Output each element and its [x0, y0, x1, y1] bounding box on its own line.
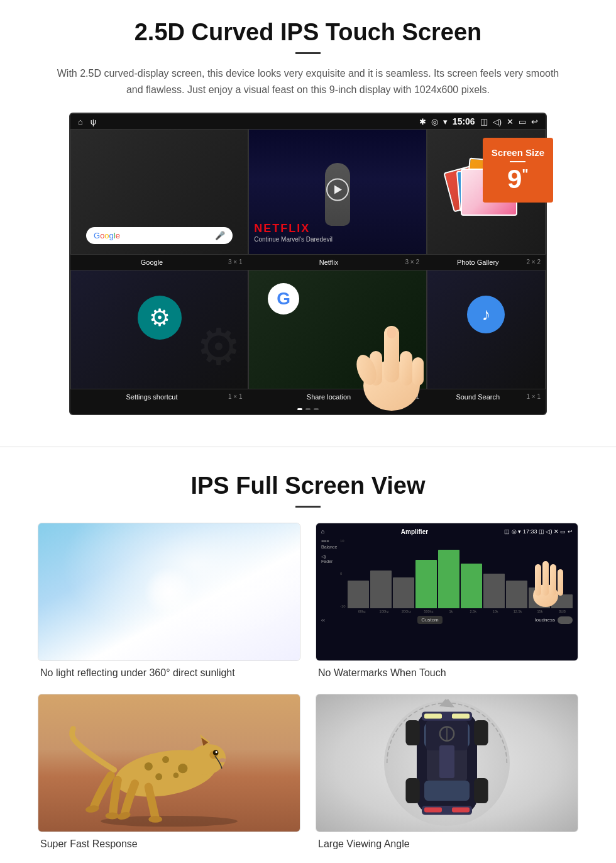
amp-hand-svg [529, 552, 563, 608]
home-icon: ⌂ [78, 117, 83, 126]
amp-right-icons: ◫ ◎ ▾ 17:33 ◫ ◁) ✕ ▭ ↩ [504, 528, 573, 535]
netflix-cell[interactable]: NETFLIX Continue Marvel's Daredevil [248, 129, 426, 255]
netflix-label: Netflix 3 × 2 [248, 257, 425, 267]
amp-prev-icon: ‹‹ [321, 617, 325, 623]
svg-rect-42 [452, 714, 470, 719]
mic-icon: 🎤 [215, 231, 225, 240]
svg-rect-38 [474, 720, 488, 745]
settings-gear-icon: ⚙ [149, 304, 170, 331]
svg-point-15 [162, 756, 169, 763]
eq-label-200hz: 200hz [396, 610, 417, 613]
amp-status-bar: ⌂ Amplifier ◫ ◎ ▾ 17:33 ◫ ◁) ✕ ▭ ↩ [321, 528, 573, 535]
custom-button[interactable]: Custom [417, 616, 443, 624]
google-logo: Google [94, 231, 120, 240]
svg-point-17 [155, 774, 162, 781]
sky-scene [38, 523, 300, 660]
eq-label-60hz: 60hz [351, 610, 372, 613]
car-top-view-svg [397, 697, 497, 829]
section2-underline [295, 506, 321, 508]
netflix-size: 3 × 2 [405, 259, 419, 265]
volume-icon: ◁) [493, 117, 502, 126]
back-icon: ↩ [531, 117, 538, 126]
eq-label-10k: 10k [485, 610, 505, 613]
eq-bar-6 [461, 564, 482, 609]
play-button[interactable] [326, 179, 349, 201]
eq-bar-2 [370, 571, 392, 609]
google-cell[interactable]: Google 🎤 [70, 129, 248, 255]
dot-3 [314, 408, 319, 410]
section1-title: 2.5D Curved IPS Touch Screen [38, 19, 578, 46]
google-search-bar[interactable]: Google 🎤 [86, 227, 233, 244]
netflix-logo: NETFLIX [254, 222, 310, 235]
svg-rect-44 [452, 808, 470, 813]
eq-label-15k: 15k [529, 610, 550, 613]
play-triangle [334, 186, 342, 194]
settings-icon-wrapper: ⚙ [138, 296, 182, 340]
svg-point-16 [178, 764, 187, 773]
amp-home-icon: ⌂ [321, 528, 324, 535]
eq-label-1k: 1k [441, 610, 461, 613]
google-g-icon: G [268, 283, 299, 315]
music-note-icon: ♪ [481, 304, 490, 325]
google-label: Google 3 × 1 [70, 257, 248, 267]
eq-bar-5 [438, 550, 459, 609]
settings-label: Settings shortcut 1 × 1 [70, 392, 248, 402]
wifi-icon: ▾ [443, 117, 448, 126]
badge-underline [510, 161, 525, 162]
eq-label-12.5k: 12.5k [507, 610, 528, 613]
section-divider [0, 447, 616, 447]
light-rays [38, 523, 300, 660]
location-icon: ◎ [431, 117, 438, 126]
google-size: 3 × 1 [228, 259, 243, 265]
android-screen: ⌂ ψ ✱ ◎ ▾ 15:06 ◫ ◁) ✕ ▭ ↩ [69, 113, 547, 415]
status-right: ✱ ◎ ▾ 15:06 ◫ ◁) ✕ ▭ ↩ [419, 116, 538, 126]
caption-super-fast: Super Fast Response [38, 838, 300, 850]
car-scene [316, 694, 578, 832]
window-icon: ▭ [519, 117, 526, 126]
cheetah-svg [38, 694, 300, 832]
svg-point-22 [216, 751, 217, 753]
ips-img-no-light [38, 523, 300, 661]
eq-area: 10 0 -10 [340, 539, 573, 613]
caption-no-light: No light reflecting under 360° direct su… [38, 667, 300, 679]
status-left: ⌂ ψ [78, 117, 96, 126]
badge-size: 9" [492, 166, 544, 192]
svg-point-14 [145, 762, 153, 771]
eq-bar-7 [483, 574, 505, 608]
loudness-toggle: loudness [535, 616, 573, 624]
ips-grid: No light reflecting under 360° direct su… [38, 523, 578, 850]
camera-icon: ◫ [480, 117, 488, 126]
settings-cell[interactable]: ⚙ ⚙ [70, 270, 248, 389]
svg-rect-9 [542, 561, 549, 596]
svg-rect-45 [439, 745, 454, 778]
section-ips: IPS Full Screen View No light reflecting… [0, 466, 616, 863]
x-icon: ✕ [507, 117, 514, 126]
caption-no-watermarks: No Watermarks When Touch [316, 667, 578, 679]
amp-hand-overlay [529, 552, 563, 608]
section1-description: With 2.5D curved-display screen, this de… [50, 65, 566, 97]
status-time: 15:06 [453, 116, 475, 126]
app-labels-row: Google 3 × 1 Netflix 3 × 2 Photo Gallery… [70, 255, 546, 270]
eq-y-axis: 10 0 -10 [340, 539, 347, 608]
amp-screen: ⌂ Amplifier ◫ ◎ ▾ 17:33 ◫ ◁) ✕ ▭ ↩ ≡≡≡ B… [316, 523, 578, 660]
status-bar: ⌂ ψ ✱ ◎ ▾ 15:06 ◫ ◁) ✕ ▭ ↩ [70, 114, 546, 129]
eq-label-sub: SUB [552, 610, 573, 613]
ips-img-large-angle [316, 694, 578, 832]
eq-label-row: 60hz 100hz 200hz 500hz 1k 2.5k 10k 12.5k… [340, 610, 573, 613]
ips-item-large-angle: Large Viewing Angle [316, 694, 578, 850]
svg-rect-32 [424, 781, 470, 801]
svg-rect-37 [405, 720, 419, 745]
svg-rect-43 [424, 808, 442, 813]
toggle-pill[interactable] [558, 616, 573, 624]
app-grid-top: Google 🎤 [70, 129, 546, 255]
eq-bar-1 [348, 581, 369, 608]
sound-icon-wrapper: ♪ [467, 296, 505, 333]
svg-point-27 [148, 816, 162, 823]
share-location-cell[interactable]: G [248, 270, 426, 389]
eq-label-500hz: 500hz [418, 610, 439, 613]
sound-label: Sound Search 1 × 1 [424, 392, 546, 402]
pagination-dots [70, 404, 546, 414]
sound-search-cell[interactable]: ♪ [427, 270, 546, 389]
ips-item-no-light: No light reflecting under 360° direct su… [38, 523, 300, 679]
svg-rect-2 [400, 351, 412, 386]
